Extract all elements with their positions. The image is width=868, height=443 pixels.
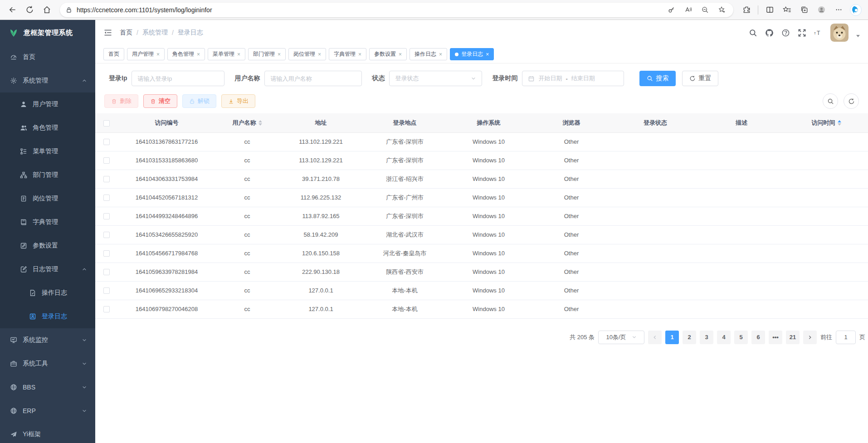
tab-close-icon[interactable]: × — [318, 51, 321, 58]
browser-back-icon[interactable] — [5, 2, 20, 18]
address-bar[interactable]: https://ccnetcore.com:1101/system/log/lo… — [60, 3, 733, 17]
row-checkbox[interactable] — [103, 176, 110, 182]
page-button-21[interactable]: 21 — [786, 331, 800, 344]
tab-操作日志[interactable]: 操作日志× — [410, 48, 447, 60]
row-checkbox[interactable] — [103, 250, 110, 257]
login-time-range-picker[interactable]: 开始日期 - 结束日期 — [522, 71, 624, 86]
row-checkbox[interactable] — [103, 269, 110, 275]
sidebar-item-操作日志[interactable]: 操作日志 — [0, 281, 95, 305]
sidebar-item-系统工具[interactable]: 系统工具 — [0, 352, 95, 375]
tab-用户管理[interactable]: 用户管理× — [127, 48, 165, 60]
clear-button[interactable]: 清空 — [143, 94, 177, 108]
sidebar-item-ERP[interactable]: ERP — [0, 399, 95, 423]
next-page-button[interactable] — [803, 331, 817, 344]
search-button[interactable]: 搜索 — [639, 71, 676, 86]
tab-close-icon[interactable]: × — [358, 51, 361, 58]
row-checkbox[interactable] — [103, 139, 110, 145]
tab-部门管理[interactable]: 部门管理× — [248, 48, 286, 60]
browser-menu-icon[interactable] — [831, 2, 846, 18]
row-checkbox[interactable] — [103, 157, 110, 164]
tab-close-icon[interactable]: × — [197, 51, 200, 58]
prev-page-button[interactable] — [648, 331, 662, 344]
avatar-caret-down-icon[interactable] — [856, 35, 860, 37]
password-key-icon[interactable] — [665, 4, 678, 16]
fullscreen-icon[interactable] — [798, 29, 806, 37]
tab-close-icon[interactable]: × — [486, 51, 489, 58]
tab-菜单管理[interactable]: 菜单管理× — [208, 48, 245, 60]
browser-profile-icon[interactable] — [814, 2, 829, 18]
page-button-5[interactable]: 5 — [734, 331, 748, 344]
sidebar-item-用户管理[interactable]: 用户管理 — [0, 92, 95, 116]
sidebar-item-岗位管理[interactable]: 岗位管理 — [0, 187, 95, 210]
page-size-select[interactable]: 10条/页 — [598, 331, 644, 344]
browser-home-icon[interactable] — [39, 2, 54, 18]
toggle-search-button[interactable] — [823, 93, 838, 109]
login-ip-input[interactable] — [132, 71, 224, 86]
favorites-add-icon[interactable] — [715, 4, 728, 16]
tab-字典管理[interactable]: 字典管理× — [329, 48, 366, 60]
sidebar-collapse-icon[interactable] — [103, 28, 112, 37]
read-aloud-icon[interactable] — [682, 4, 694, 16]
page-button-2[interactable]: 2 — [683, 331, 696, 344]
status-select[interactable]: 登录状态 — [389, 71, 482, 86]
split-screen-icon[interactable] — [762, 2, 777, 18]
unlock-button[interactable]: 解锁 — [182, 94, 216, 108]
extensions-icon[interactable] — [739, 2, 754, 18]
page-button-4[interactable]: 4 — [717, 331, 731, 344]
user-name-input[interactable] — [264, 71, 362, 86]
tab-岗位管理[interactable]: 岗位管理× — [288, 48, 326, 60]
column-header-访问时间[interactable]: 访问时间 — [785, 113, 868, 132]
breadcrumb-item[interactable]: 系统管理 — [142, 29, 168, 37]
tab-角色管理[interactable]: 角色管理× — [167, 48, 205, 60]
sidebar-item-首页[interactable]: 首页 — [0, 45, 95, 69]
select-all-checkbox[interactable] — [103, 120, 110, 127]
sidebar-item-Yi框架[interactable]: Yi框架 — [0, 423, 95, 443]
help-icon[interactable] — [781, 29, 790, 37]
sort-caret-icon[interactable] — [838, 120, 841, 126]
tab-close-icon[interactable]: × — [156, 51, 160, 58]
row-checkbox[interactable] — [103, 306, 110, 312]
page-button-1[interactable]: 1 — [665, 331, 679, 344]
sidebar-item-字典管理[interactable]: 字典管理 — [0, 210, 95, 234]
breadcrumb-item[interactable]: 首页 — [120, 29, 132, 37]
browser-refresh-icon[interactable] — [22, 2, 37, 18]
font-size-icon[interactable]: тT — [814, 29, 823, 37]
avatar[interactable] — [830, 24, 848, 42]
goto-page-input[interactable] — [836, 331, 856, 344]
zoom-out-icon[interactable] — [698, 4, 711, 16]
reset-button[interactable]: 重置 — [682, 71, 718, 86]
row-checkbox[interactable] — [103, 213, 110, 219]
sidebar-item-系统监控[interactable]: 系统监控 — [0, 328, 95, 352]
refresh-table-button[interactable] — [844, 93, 859, 109]
tab-close-icon[interactable]: × — [399, 51, 402, 58]
tab-首页[interactable]: 首页 — [103, 48, 124, 60]
tab-登录日志[interactable]: 登录日志× — [450, 48, 494, 60]
sidebar-item-BBS[interactable]: BBS — [0, 375, 95, 399]
row-checkbox[interactable] — [103, 287, 110, 294]
url-text[interactable]: https://ccnetcore.com:1101/system/log/lo… — [77, 6, 661, 14]
header-search-icon[interactable] — [749, 29, 757, 37]
sidebar-item-日志管理[interactable]: 日志管理 — [0, 258, 95, 281]
export-button[interactable]: 导出 — [221, 94, 255, 108]
sidebar-item-部门管理[interactable]: 部门管理 — [0, 163, 95, 187]
row-checkbox[interactable] — [103, 232, 110, 238]
favorites-bar-icon[interactable] — [779, 2, 795, 18]
sidebar-item-角色管理[interactable]: 角色管理 — [0, 116, 95, 140]
tab-close-icon[interactable]: × — [439, 51, 442, 58]
page-button-6[interactable]: 6 — [751, 331, 765, 344]
sidebar-item-菜单管理[interactable]: 菜单管理 — [0, 140, 95, 163]
collections-icon[interactable] — [796, 2, 812, 18]
sidebar-item-系统管理[interactable]: 系统管理 — [0, 69, 95, 92]
sort-caret-icon[interactable] — [258, 120, 262, 126]
copilot-icon[interactable] — [848, 2, 863, 18]
delete-button[interactable]: 删除 — [104, 94, 138, 108]
sidebar-item-参数设置[interactable]: 参数设置 — [0, 234, 95, 258]
row-checkbox[interactable] — [103, 195, 110, 201]
tab-参数设置[interactable]: 参数设置× — [369, 48, 407, 60]
tab-close-icon[interactable]: × — [278, 51, 281, 58]
sidebar-item-登录日志[interactable]: 登录日志 — [0, 305, 95, 328]
page-button-3[interactable]: 3 — [700, 331, 713, 344]
tab-close-icon[interactable]: × — [237, 51, 240, 58]
github-icon[interactable] — [765, 29, 774, 37]
more-pages-button[interactable]: ••• — [769, 331, 782, 344]
